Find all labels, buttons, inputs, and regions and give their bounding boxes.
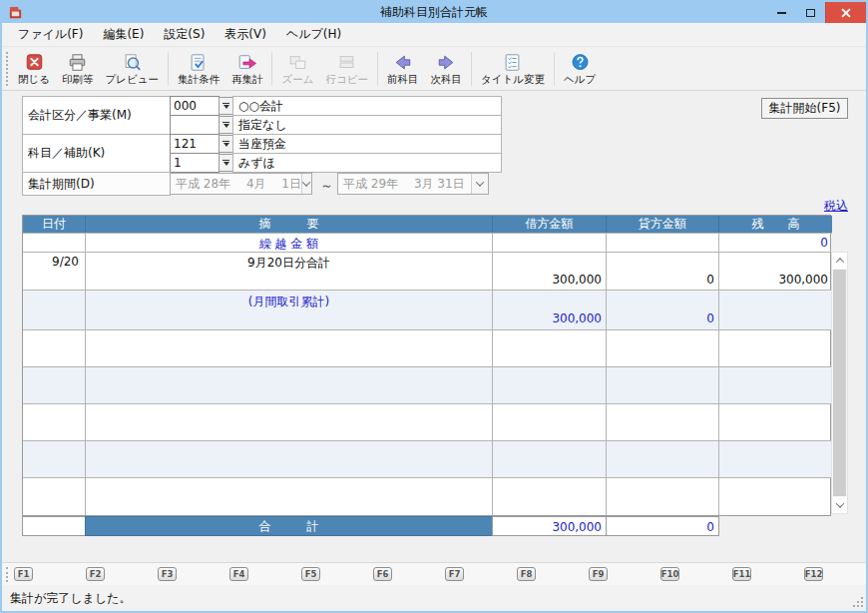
- account-division-code-input[interactable]: 000: [170, 96, 219, 116]
- toolbar-button-label: 行コピー: [325, 73, 368, 86]
- total-row-label: 合 計: [85, 516, 493, 536]
- header-balance: 残 高: [719, 216, 832, 233]
- scroll-down-button[interactable]: [832, 497, 847, 513]
- toolbar-drag-handle[interactable]: [6, 52, 9, 86]
- period-from-select[interactable]: 平成 28年 4月 1日: [170, 173, 312, 195]
- account-value: 当座預金: [232, 134, 502, 154]
- business-value: 指定なし: [232, 115, 502, 135]
- toolbar-preview-button[interactable]: プレビュー: [100, 49, 165, 89]
- ledger-row-empty[interactable]: [23, 478, 832, 515]
- toolbar-button-label: 印刷等: [62, 73, 94, 86]
- toolbar-conditions-button[interactable]: 集計条件: [172, 49, 225, 89]
- fn-key-f8[interactable]: F8: [517, 567, 536, 581]
- account-code-input[interactable]: 121: [170, 134, 219, 154]
- fn-key-f12[interactable]: F12: [804, 567, 823, 581]
- toolbar-recalc-button[interactable]: 再集計: [225, 49, 269, 89]
- carryover-balance: 0: [820, 236, 828, 250]
- toolbar-help-button[interactable]: ヘルプ: [558, 49, 602, 89]
- ledger-row-empty[interactable]: [23, 330, 832, 367]
- header-date: 日付: [23, 216, 86, 233]
- menu-settings[interactable]: 設定(S): [154, 23, 215, 46]
- toolbar-zoom-button: ズーム: [275, 49, 319, 89]
- close-icon: [23, 53, 45, 73]
- business-dropdown-button[interactable]: [218, 116, 233, 134]
- menu-help[interactable]: ヘルプ(H): [276, 23, 351, 46]
- period-label: 集計期間(D): [22, 172, 171, 196]
- menu-view[interactable]: 表示(V): [215, 23, 276, 46]
- sub-account-value: みずほ: [232, 153, 502, 173]
- fnbar-drag-handle[interactable]: [6, 567, 9, 582]
- fn-key-f10[interactable]: F10: [660, 567, 679, 581]
- period-to-select[interactable]: 平成 29年 3月 31日: [337, 173, 489, 195]
- fn-key-f3[interactable]: F3: [158, 567, 177, 581]
- toolbar-close-button[interactable]: 閉じる: [12, 49, 56, 89]
- toolbar-button-label: タイトル変更: [481, 73, 545, 86]
- ledger-row-empty[interactable]: [23, 404, 832, 441]
- start-aggregation-button[interactable]: 集計開始(F5): [761, 98, 848, 119]
- fn-key-f6[interactable]: F6: [373, 567, 392, 581]
- toolbar-next-account-button[interactable]: 次科目: [424, 49, 468, 89]
- ledger-row-carryover[interactable]: 繰 越 金 額 0: [23, 234, 832, 253]
- menu-bar: ファイル(F) 編集(E) 設定(S) 表示(V) ヘルプ(H): [2, 23, 866, 47]
- fn-key-f4[interactable]: F4: [229, 567, 248, 581]
- menu-file[interactable]: ファイル(F): [8, 23, 93, 46]
- minimize-button[interactable]: [767, 2, 796, 23]
- ledger-row-entry[interactable]: 9/20 9月20日分合計 300,000 0 300,000: [23, 253, 832, 291]
- status-message: 集計が完了しました。: [2, 590, 131, 607]
- total-row-date-cell: [22, 516, 86, 536]
- ledger-row-empty[interactable]: [23, 441, 832, 478]
- maximize-button[interactable]: [796, 2, 825, 23]
- chevron-down-icon: [835, 499, 843, 507]
- fn-key-f5[interactable]: F5: [301, 567, 320, 581]
- toolbar-button-label: 前科目: [387, 73, 419, 86]
- period-to-value: 平成 29年 3月 31日: [338, 176, 471, 193]
- monthly-total-debit: 300,000: [552, 311, 602, 325]
- total-row-debit-cell: 300,000: [492, 516, 607, 536]
- ledger-row-empty[interactable]: [23, 367, 832, 404]
- toolbar-button-label: 閉じる: [18, 73, 50, 86]
- title-change-icon: [502, 53, 524, 73]
- toolbar-separator: [377, 52, 378, 86]
- menu-edit[interactable]: 編集(E): [93, 23, 154, 46]
- tax-included-link[interactable]: 税込: [798, 198, 848, 215]
- fn-key-f9[interactable]: F9: [589, 567, 608, 581]
- vertical-scrollbar[interactable]: [831, 252, 848, 514]
- toolbar-separator: [554, 52, 555, 86]
- next-account-icon: [435, 53, 457, 73]
- toolbar-prev-account-button[interactable]: 前科目: [381, 49, 425, 89]
- resize-grip[interactable]: [853, 597, 863, 607]
- toolbar-title-change-button[interactable]: タイトル変更: [475, 49, 551, 89]
- ledger-table: 日付 摘 要 借方金額 貸方金額 残 高 繰 越 金 額 0 9/20 9月20…: [22, 215, 831, 516]
- row-copy-icon: [336, 53, 358, 73]
- fn-key-f7[interactable]: F7: [445, 567, 464, 581]
- window-title: 補助科目別合計元帳: [2, 4, 866, 21]
- sub-account-dropdown-button[interactable]: [218, 154, 233, 172]
- monthly-total-credit: 0: [706, 311, 714, 325]
- fn-key-f1[interactable]: F1: [14, 567, 33, 581]
- account-sub-label: 科目／補助(K): [22, 134, 171, 173]
- total-debit: 300,000: [552, 520, 602, 534]
- business-code-input[interactable]: [170, 115, 219, 135]
- sub-account-code-input[interactable]: 1: [170, 153, 219, 173]
- account-dropdown-button[interactable]: [218, 135, 233, 153]
- toolbar-button-label: 次科目: [430, 73, 462, 86]
- scroll-up-button[interactable]: [832, 253, 847, 269]
- ledger-header-row: 日付 摘 要 借方金額 貸方金額 残 高: [23, 216, 832, 234]
- zoom-icon: [286, 53, 308, 73]
- fn-key-f11[interactable]: F11: [732, 567, 751, 581]
- header-debit: 借方金額: [493, 216, 607, 233]
- ledger-row-monthly-total[interactable]: (月間取引累計) 300,000 0: [23, 291, 832, 330]
- toolbar-button-label: ズーム: [281, 73, 313, 86]
- function-key-bar: F1 F2 F3 F4 F5 F6 F7 F8 F9 F10 F11 F12: [2, 562, 866, 585]
- chevron-down-icon: [223, 143, 229, 147]
- toolbar-print-button[interactable]: 印刷等: [56, 49, 100, 89]
- prev-account-icon: [392, 53, 414, 73]
- scrollbar-thumb[interactable]: [833, 270, 846, 496]
- carryover-description: 繰 越 金 額: [86, 236, 492, 252]
- close-window-button[interactable]: [825, 2, 866, 23]
- chevron-down-icon: [223, 124, 229, 128]
- entry-credit: 0: [706, 273, 714, 287]
- fn-key-f2[interactable]: F2: [86, 567, 105, 581]
- toolbar-separator: [271, 52, 272, 86]
- account-division-dropdown-button[interactable]: [218, 97, 233, 115]
